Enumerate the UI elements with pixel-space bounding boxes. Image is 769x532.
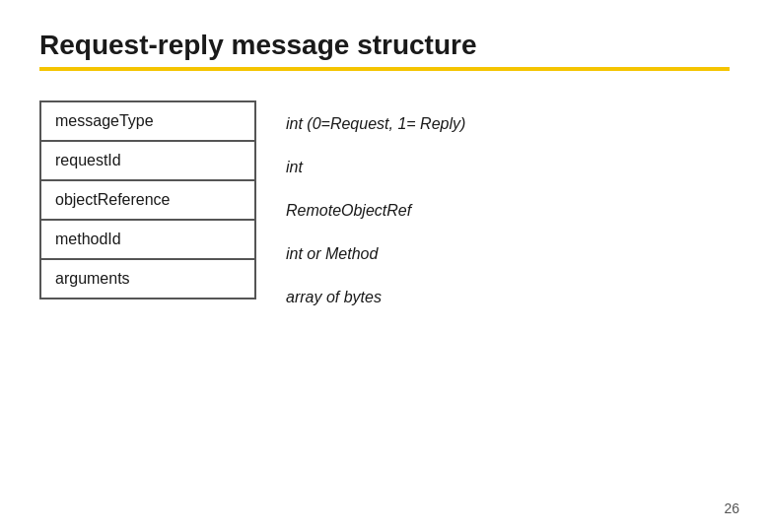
table-row: objectReference [41,181,254,221]
description-item: array of bytes [276,276,475,319]
fields-table: messageType requestId objectReference me… [39,100,256,299]
title-underline [39,67,730,71]
content-area: messageType requestId objectReference me… [39,100,730,319]
table-row: messageType [41,102,254,142]
table-row: requestId [41,142,254,181]
description-item: RemoteObjectRef [276,189,475,233]
descriptions-list: int (0=Request, 1= Reply) int RemoteObje… [276,100,475,319]
description-item: int [276,146,475,189]
description-item: int or Method [276,233,475,276]
page-number: 26 [724,500,739,516]
table-row: methodId [41,221,254,260]
slide-title: Request-reply message structure [39,30,730,61]
table-row: arguments [41,260,254,298]
description-item: int (0=Request, 1= Reply) [276,102,475,146]
slide: Request-reply message structure messageT… [0,0,769,532]
